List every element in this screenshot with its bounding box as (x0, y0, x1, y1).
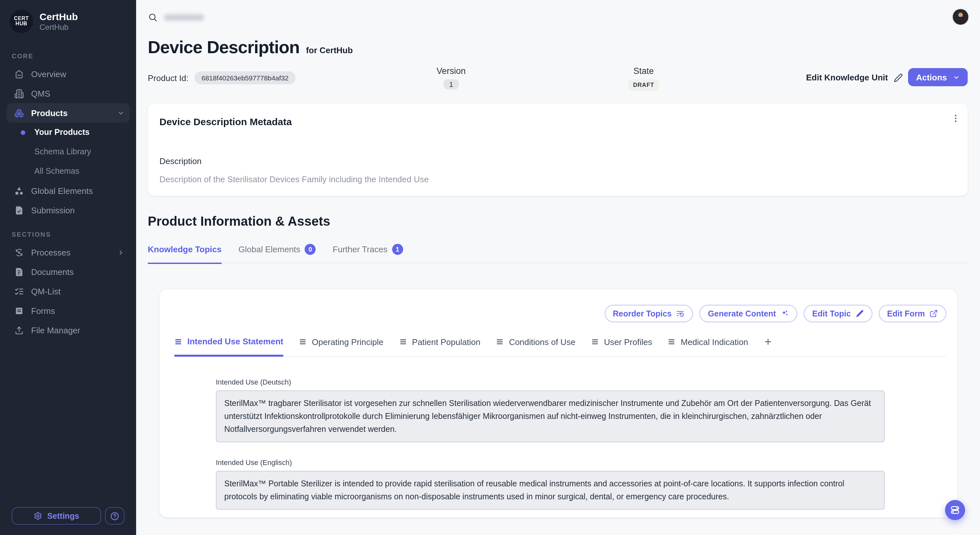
search-input[interactable] (148, 0, 968, 23)
sidebar-item-processes[interactable]: Processes (6, 242, 130, 262)
search-icon (148, 12, 158, 23)
version-badge: 1 (443, 79, 459, 89)
tab-count-badge: 1 (392, 244, 403, 255)
sidebar-item-label: Processes (31, 247, 70, 257)
question-circle-icon (110, 511, 119, 521)
sidebar-item-overview[interactable]: Overview (6, 64, 130, 84)
building-icon (14, 89, 24, 98)
topics-toolbar: Reorder Topics Generate Content Edit Top… (174, 305, 946, 322)
sparkles-icon (780, 309, 789, 318)
sidebar-item-label: QMS (31, 89, 50, 98)
plus-icon (764, 338, 773, 347)
sidebar-item-label: QM-List (31, 286, 60, 296)
sidebar-item-products[interactable]: Products (6, 103, 130, 123)
sidebar-item-label: Forms (31, 306, 55, 315)
actions-button[interactable]: Actions (908, 68, 968, 86)
sidebar-item-label: All Schemas (34, 167, 80, 176)
sidebar-item-global-elements[interactable]: Global Elements (6, 181, 130, 201)
button-label: Edit Topic (812, 309, 851, 318)
file-check-icon (14, 205, 24, 215)
help-button[interactable] (105, 507, 124, 525)
avatar-photo (953, 9, 968, 25)
topic-tab-label: Intended Use Statement (187, 337, 283, 346)
edit-knowledge-unit-button[interactable]: Edit Knowledge Unit (806, 73, 903, 82)
topic-fields: Intended Use (Deutsch) SterilMax™ tragba… (174, 378, 946, 517)
sidebar-item-label: Schema Library (34, 147, 91, 156)
metadata-card-title: Device Description Metadata (159, 116, 956, 127)
field-intended-use-de: Intended Use (Deutsch) SterilMax™ tragba… (216, 378, 946, 442)
field-textarea[interactable]: SterilMax™ tragbarer Sterilisator ist vo… (216, 390, 885, 442)
tab-knowledge-topics[interactable]: Knowledge Topics (148, 244, 222, 264)
sidebar-item-documents[interactable]: Documents (6, 262, 130, 282)
version-block: Version 1 (422, 66, 480, 89)
topic-tab-conditions-of-use[interactable]: Conditions of Use (496, 337, 575, 355)
sidebar-item-your-products[interactable]: Your Products (6, 123, 130, 142)
reorder-icon (676, 309, 685, 318)
topic-tab-intended-use-statement[interactable]: Intended Use Statement (174, 337, 283, 357)
chevron-down-icon (117, 109, 124, 116)
reorder-topics-button[interactable]: Reorder Topics (605, 305, 693, 322)
sidebar-item-file-manager[interactable]: File Manager (6, 320, 130, 340)
product-id-chip[interactable]: 6818f40263eb597778b4af32 (194, 71, 296, 84)
app-logo[interactable]: CERT HUB CertHub CertHub (0, 0, 136, 37)
list-icon (496, 338, 504, 346)
sidebar-item-label: File Manager (31, 325, 80, 335)
topic-tab-patient-population[interactable]: Patient Population (399, 337, 480, 355)
external-link-icon (929, 309, 938, 318)
version-label: Version (422, 66, 480, 76)
sidebar-item-schema-library[interactable]: Schema Library (6, 142, 130, 161)
field-label: Intended Use (Deutsch) (216, 378, 946, 385)
topic-tab-label: Operating Principle (312, 337, 383, 347)
cubes-icon (14, 108, 24, 118)
chevron-down-icon (953, 73, 960, 81)
page-header: Device Description for CertHub (148, 38, 968, 58)
generate-content-button[interactable]: Generate Content (700, 305, 797, 322)
page-title: Device Description (148, 38, 299, 58)
topic-tab-label: Patient Population (412, 337, 480, 347)
sidebar-item-label: Global Elements (31, 186, 93, 196)
list-icon (299, 338, 307, 346)
button-label: Edit Form (887, 309, 925, 318)
sidebar-item-qm-list[interactable]: QM-List (6, 282, 130, 301)
sidebar-item-qms[interactable]: QMS (6, 84, 130, 103)
upload-icon (14, 325, 24, 335)
list-icon (399, 338, 407, 346)
floating-preferences-button[interactable] (945, 500, 965, 520)
topic-tab-operating-principle[interactable]: Operating Principle (299, 337, 383, 355)
tab-label: Further Traces (333, 244, 388, 254)
toggles-icon (950, 505, 961, 516)
main-content: Device Description for CertHub Product I… (136, 0, 980, 535)
sidebar-item-all-schemas[interactable]: All Schemas (6, 161, 130, 181)
sidebar-item-label: Your Products (34, 128, 89, 137)
actions-label: Actions (916, 72, 947, 82)
topic-tab-label: Medical Indication (681, 337, 748, 347)
tab-global-elements[interactable]: Global Elements 0 (239, 244, 316, 263)
sidebar-item-forms[interactable]: Forms (6, 301, 130, 320)
app-name: CertHub (40, 11, 78, 22)
field-intended-use-en: Intended Use (Englisch) SterilMax™ Porta… (216, 458, 946, 510)
sidebar-nav: CORE Overview QMS Products Your Products (0, 53, 136, 499)
field-textarea[interactable]: SterilMax™ Portable Sterilizer is intend… (216, 470, 885, 510)
button-label: Generate Content (708, 309, 776, 318)
app-subtitle: CertHub (40, 23, 78, 32)
tab-further-traces[interactable]: Further Traces 1 (333, 244, 403, 263)
sidebar-item-submission[interactable]: Submission (6, 201, 130, 220)
button-label: Reorder Topics (613, 309, 672, 318)
user-avatar[interactable] (951, 8, 970, 26)
checklist-icon (14, 286, 24, 296)
sidebar-footer: Settings (0, 499, 136, 535)
topic-tab-user-profiles[interactable]: User Profiles (591, 337, 652, 355)
metadata-card: Device Description Metadata Description … (148, 104, 968, 196)
settings-label: Settings (47, 511, 80, 521)
card-menu-button[interactable] (951, 113, 961, 125)
add-topic-button[interactable] (764, 338, 773, 355)
sidebar: CERT HUB CertHub CertHub CORE Overview Q… (0, 0, 136, 535)
product-id-label: Product Id: (148, 73, 189, 83)
tab-label: Knowledge Topics (148, 244, 222, 254)
chevron-right-icon (117, 249, 124, 256)
edit-topic-button[interactable]: Edit Topic (804, 305, 872, 322)
settings-button[interactable]: Settings (12, 507, 101, 525)
nav-group-sections: SECTIONS (6, 231, 130, 238)
topic-tab-medical-indication[interactable]: Medical Indication (668, 337, 748, 355)
edit-form-button[interactable]: Edit Form (878, 305, 946, 322)
